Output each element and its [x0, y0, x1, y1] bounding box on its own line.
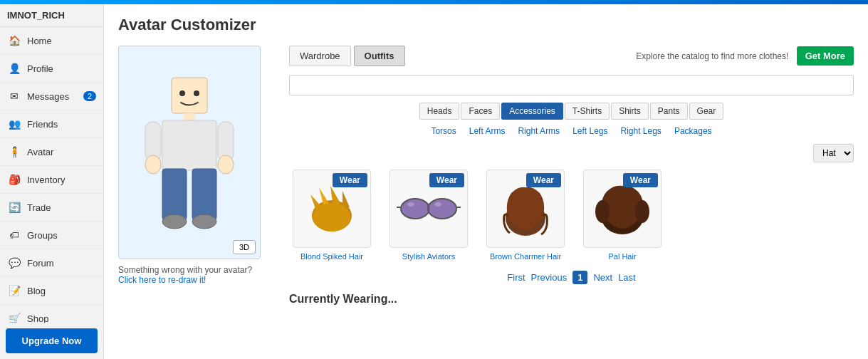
- brown-charmer-hair-img: [497, 179, 554, 239]
- friends-icon: 👥: [7, 117, 21, 131]
- avatar-issue-text: Something wrong with your avatar?: [118, 265, 252, 275]
- filter-select[interactable]: Hat: [813, 144, 854, 162]
- home-icon: 🏠: [7, 33, 21, 48]
- cat-tab-shirts[interactable]: Shirts: [611, 103, 649, 120]
- list-item: Wear Stylish Aviators: [386, 170, 471, 261]
- sidebar-item-blog[interactable]: 📝 Blog: [0, 277, 103, 305]
- sidebar-username: IMNOT_RICH: [0, 4, 103, 27]
- wear-button-blond[interactable]: Wear: [333, 173, 367, 187]
- cat-tab-heads[interactable]: Heads: [419, 103, 460, 120]
- sidebar-item-label: Groups: [27, 230, 58, 241]
- svg-point-2: [194, 90, 199, 96]
- pagination-first[interactable]: First: [507, 272, 525, 283]
- sidebar-item-profile[interactable]: 👤 Profile: [0, 55, 103, 83]
- sidebar-item-label: Forum: [27, 258, 54, 269]
- sidebar-item-label: Home: [27, 36, 52, 46]
- tab-wardrobe[interactable]: Wardrobe: [289, 46, 351, 66]
- filter-row: Hat: [289, 144, 854, 162]
- wear-button-pal[interactable]: Wear: [623, 173, 658, 187]
- shop-icon: 🛒: [7, 311, 21, 323]
- sidebar-nav: 🏠 Home 👤 Profile ✉ Messages 2 👥 Friends …: [0, 27, 103, 323]
- cat-tab-gear[interactable]: Gear: [689, 103, 724, 120]
- search-input[interactable]: [289, 75, 854, 95]
- avatar-preview: 3D: [118, 46, 261, 259]
- page-title: Avatar Customizer: [118, 16, 854, 34]
- sidebar-item-home[interactable]: 🏠 Home: [0, 27, 103, 55]
- main-layout: IMNOT_RICH 🏠 Home 👤 Profile ✉ Messages 2…: [0, 4, 868, 359]
- pagination-next[interactable]: Next: [593, 272, 612, 283]
- svg-point-1: [179, 90, 185, 96]
- content-area: 3D Something wrong with your avatar? Cli…: [118, 46, 854, 306]
- sub-tab-packages[interactable]: Packages: [669, 124, 718, 138]
- avatar-svg: [140, 56, 239, 249]
- pagination-last[interactable]: Last: [618, 272, 636, 283]
- wear-button-brown[interactable]: Wear: [526, 173, 561, 187]
- items-grid: Wear Blond Spiked Hair: [289, 170, 854, 261]
- messages-icon: ✉: [7, 89, 21, 103]
- svg-point-11: [162, 214, 187, 229]
- stylish-aviators-img: [397, 187, 461, 230]
- sidebar-item-messages[interactable]: ✉ Messages 2: [0, 83, 103, 110]
- sidebar-item-label: Profile: [27, 63, 53, 74]
- sidebar-item-label: Avatar: [27, 147, 53, 157]
- sub-tabs: Torsos Left Arms Right Arms Left Legs Ri…: [289, 124, 854, 138]
- item-name-aviators[interactable]: Stylish Aviators: [402, 252, 455, 261]
- svg-point-12: [192, 214, 216, 229]
- sidebar-item-label: Inventory: [27, 175, 65, 185]
- svg-rect-4: [162, 120, 216, 170]
- sidebar-item-label: Trade: [27, 202, 51, 213]
- tab-outfits[interactable]: Outfits: [354, 46, 405, 66]
- sidebar-item-inventory[interactable]: 🎒 Inventory: [0, 166, 103, 194]
- list-item: Wear Blond Spiked Hair: [289, 170, 375, 261]
- main-content: Avatar Customizer: [104, 4, 868, 359]
- sidebar-item-friends[interactable]: 👥 Friends: [0, 110, 103, 138]
- avatar-issue: Something wrong with your avatar? Click …: [118, 265, 275, 285]
- item-name-pal[interactable]: Pal Hair: [608, 252, 636, 261]
- sidebar: IMNOT_RICH 🏠 Home 👤 Profile ✉ Messages 2…: [0, 4, 104, 359]
- sidebar-item-shop[interactable]: 🛒 Shop: [0, 305, 103, 323]
- list-item: Wear Pal Hair: [580, 170, 665, 261]
- blond-spiked-hair-img: [303, 180, 360, 237]
- cat-tab-faces[interactable]: Faces: [461, 103, 500, 120]
- svg-point-32: [595, 200, 610, 223]
- pal-hair-img: [594, 180, 651, 237]
- pagination-previous[interactable]: Previous: [531, 272, 568, 283]
- svg-point-18: [313, 203, 350, 231]
- profile-icon: 👤: [7, 61, 21, 76]
- item-name-brown[interactable]: Brown Charmer Hair: [490, 252, 561, 261]
- svg-point-8: [218, 155, 234, 174]
- cat-tab-accessories[interactable]: Accessories: [501, 103, 563, 120]
- sidebar-item-avatar[interactable]: 🧍 Avatar: [0, 138, 103, 166]
- item-name-blond[interactable]: Blond Spiked Hair: [300, 252, 363, 261]
- svg-rect-3: [184, 113, 195, 120]
- svg-rect-10: [192, 169, 216, 220]
- svg-rect-0: [172, 78, 207, 113]
- item-image-wrapper-aviators: Wear: [389, 170, 468, 248]
- tabs-row: Wardrobe Outfits Explore the catalog to …: [289, 46, 854, 66]
- 3d-button[interactable]: 3D: [233, 240, 256, 254]
- sidebar-item-groups[interactable]: 🏷 Groups: [0, 222, 103, 249]
- sidebar-item-trade[interactable]: 🔄 Trade: [0, 194, 103, 222]
- sub-tab-right-arms[interactable]: Right Arms: [512, 124, 565, 138]
- sidebar-item-forum[interactable]: 💬 Forum: [0, 249, 103, 277]
- blog-icon: 📝: [7, 283, 21, 298]
- item-image-wrapper-blond: Wear: [293, 170, 371, 248]
- get-more-button[interactable]: Get More: [797, 46, 854, 66]
- catalog-promo-text: Explore the catalog to find more clothes…: [636, 51, 788, 61]
- cat-tab-t-shirts[interactable]: T-Shirts: [565, 103, 610, 120]
- sub-tab-torsos[interactable]: Torsos: [425, 124, 461, 138]
- avatar-redraw-link[interactable]: Click here to re-draw it!: [118, 275, 206, 285]
- list-item: Wear Brown Charmer Hair: [483, 170, 568, 261]
- wear-button-aviators[interactable]: Wear: [429, 173, 464, 187]
- forum-icon: 💬: [7, 256, 21, 270]
- currently-wearing-label: Currently Wearing...: [289, 293, 854, 306]
- item-image-wrapper-brown: Wear: [486, 170, 565, 248]
- trade-icon: 🔄: [7, 200, 21, 214]
- sub-tab-left-legs[interactable]: Left Legs: [567, 124, 613, 138]
- sub-tab-right-legs[interactable]: Right Legs: [615, 124, 667, 138]
- item-image-wrapper-pal: Wear: [583, 170, 662, 248]
- pagination: First Previous 1 Next Last: [289, 271, 854, 284]
- upgrade-button[interactable]: Upgrade Now: [6, 328, 98, 353]
- cat-tab-pants[interactable]: Pants: [650, 103, 688, 120]
- sub-tab-left-arms[interactable]: Left Arms: [464, 124, 511, 138]
